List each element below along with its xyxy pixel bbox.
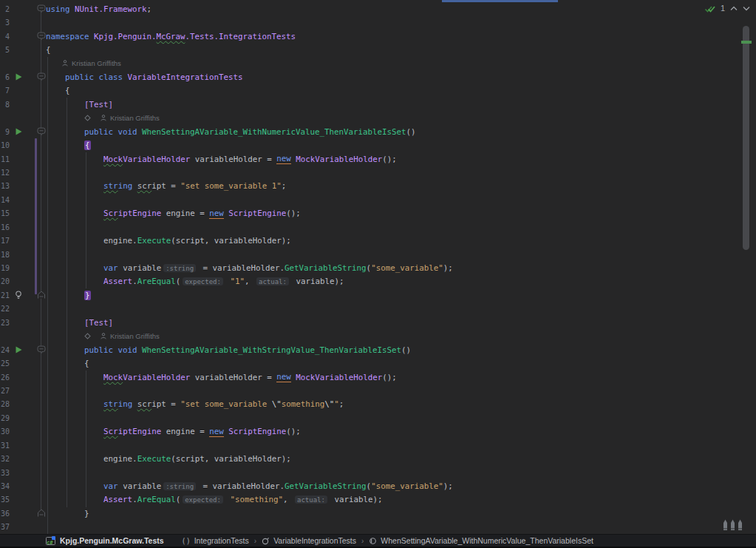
line-number[interactable]: 6 — [0, 73, 10, 81]
fold-start-marker[interactable] — [37, 127, 46, 136]
code-line[interactable]: 9public void WhenSettingAVariable_WithNu… — [0, 125, 756, 138]
line-number[interactable]: 13 — [0, 182, 10, 190]
code-line[interactable]: 26MockVariableHolder variableHolder = ne… — [0, 371, 756, 384]
code-line[interactable]: 19var variable:string = variableHolder.G… — [0, 261, 756, 274]
author-annotation[interactable]: Kristian Griffiths — [62, 57, 121, 70]
code-line[interactable]: 6public class VariableIntegrationTests — [0, 70, 756, 84]
fold-start-marker[interactable] — [37, 72, 46, 81]
line-number[interactable]: 33 — [0, 469, 10, 477]
code-token: MockVariableHolder — [296, 373, 382, 382]
code-token: "some_variable" — [371, 481, 443, 491]
line-number[interactable]: 17 — [0, 237, 10, 245]
code-line[interactable]: 3 — [0, 16, 756, 29]
line-number[interactable]: 2 — [0, 5, 10, 13]
code-line[interactable]: 20Assert.AreEqual(expected: "1", actual:… — [0, 275, 756, 288]
line-number[interactable]: 7 — [0, 87, 10, 95]
fold-end-marker[interactable] — [37, 291, 46, 300]
code-line[interactable]: 16 — [0, 220, 756, 234]
vcs-change-stripe[interactable] — [35, 138, 37, 294]
code-line[interactable]: 8[Test] — [0, 98, 756, 111]
code-line[interactable]: 12 — [0, 166, 756, 179]
vertical-scrollbar-thumb[interactable] — [743, 26, 749, 250]
fold-start-marker[interactable] — [37, 4, 46, 13]
breadcrumb-class[interactable]: VariableIntegrationTests — [262, 536, 356, 545]
breadcrumb-method[interactable]: WhenSettingAVariable_WithNumericValue_Th… — [369, 536, 593, 545]
line-number[interactable]: 4 — [0, 33, 10, 41]
code-line[interactable]: 23[Test] — [0, 316, 756, 329]
code-line[interactable]: 36} — [0, 507, 756, 520]
line-number[interactable]: 21 — [0, 291, 10, 300]
code-line[interactable]: 13string script = "set some_variable 1"; — [0, 180, 756, 193]
code-token: (); — [286, 209, 301, 218]
code-line[interactable]: 28string script = "set some_variable \"s… — [0, 398, 756, 411]
line-number[interactable]: 35 — [0, 495, 10, 504]
lightbulb-icon[interactable] — [13, 291, 24, 300]
line-number[interactable]: 32 — [0, 455, 10, 463]
code-line[interactable]: 21} — [0, 288, 756, 302]
code-line[interactable]: 37 — [0, 521, 756, 534]
code-line[interactable]: 29 — [0, 411, 756, 424]
code-line[interactable]: 34var variable:string = variableHolder.G… — [0, 479, 756, 493]
author-annotation[interactable]: Kristian Griffiths — [84, 330, 160, 343]
run-test-button[interactable] — [13, 128, 24, 135]
code-line[interactable]: 35Assert.AreEqual(expected: "something",… — [0, 493, 756, 507]
line-number[interactable]: 37 — [0, 523, 10, 531]
code-line[interactable]: 17engine.Execute(script, variableHolder)… — [0, 234, 756, 247]
code-line[interactable]: 27 — [0, 384, 756, 397]
fold-end-marker[interactable] — [37, 509, 46, 518]
code-line[interactable]: 15ScriptEngine engine = new ScriptEngine… — [0, 207, 756, 220]
line-number[interactable]: 24 — [0, 346, 10, 354]
error-stripe-typo-mark[interactable] — [741, 41, 752, 44]
code-line[interactable]: 2using NUnit.Framework; — [0, 2, 756, 16]
code-token: ( — [176, 277, 181, 286]
code-line[interactable]: 31 — [0, 439, 756, 452]
line-number[interactable]: 16 — [0, 223, 10, 231]
fold-start-marker[interactable] — [37, 32, 46, 41]
line-number[interactable]: 3 — [0, 18, 10, 27]
code-line[interactable]: 33 — [0, 466, 756, 479]
line-number[interactable]: 8 — [0, 101, 10, 109]
code-line[interactable]: 14 — [0, 193, 756, 206]
line-number[interactable]: 18 — [0, 251, 10, 259]
code-line[interactable]: 7{ — [0, 84, 756, 98]
code-editor[interactable]: 2using NUnit.Framework;34namespace Kpjg.… — [0, 0, 756, 534]
code-line[interactable]: 18 — [0, 248, 756, 261]
code-line[interactable]: 10{ — [0, 138, 756, 152]
breadcrumb-project[interactable]: c# Kpjg.Penguin.McGraw.Tests — [46, 536, 164, 546]
pencils-widget[interactable] — [723, 519, 743, 531]
line-number[interactable]: 9 — [0, 128, 10, 136]
line-number[interactable]: 10 — [0, 141, 10, 149]
line-number[interactable]: 28 — [0, 400, 10, 408]
fold-start-marker[interactable] — [37, 345, 46, 354]
line-number[interactable]: 5 — [0, 46, 10, 54]
line-number[interactable]: 14 — [0, 196, 10, 204]
code-line[interactable]: 30ScriptEngine engine = new ScriptEngine… — [0, 425, 756, 439]
code-text: { — [46, 359, 89, 368]
line-number[interactable]: 19 — [0, 264, 10, 272]
line-number[interactable]: 29 — [0, 414, 10, 422]
code-line[interactable]: 4namespace Kpjg.Penguin.McGraw.Tests.Int… — [0, 30, 756, 43]
line-number[interactable]: 23 — [0, 319, 10, 327]
code-line[interactable]: 32engine.Execute(script, variableHolder)… — [0, 452, 756, 465]
line-number[interactable]: 15 — [0, 209, 10, 217]
line-number[interactable]: 12 — [0, 169, 10, 177]
line-number[interactable]: 30 — [0, 427, 10, 436]
code-line[interactable]: 5{ — [0, 43, 756, 56]
code-line[interactable]: 11MockVariableHolder variableHolder = ne… — [0, 152, 756, 166]
line-number[interactable]: 31 — [0, 442, 10, 450]
line-number[interactable]: 25 — [0, 359, 10, 368]
code-line[interactable]: 22 — [0, 302, 756, 316]
author-annotation[interactable]: Kristian Griffiths — [84, 112, 160, 125]
code-line[interactable]: 25{ — [0, 356, 756, 370]
line-number[interactable]: 26 — [0, 373, 10, 382]
run-test-button[interactable] — [13, 346, 24, 354]
line-number[interactable]: 11 — [0, 155, 10, 163]
line-number[interactable]: 20 — [0, 277, 10, 285]
code-line[interactable]: 24public void WhenSettingAVariable_WithS… — [0, 343, 756, 356]
line-number[interactable]: 36 — [0, 510, 10, 518]
line-number[interactable]: 22 — [0, 305, 10, 313]
breadcrumb-namespace[interactable]: () IntegrationTests — [182, 536, 249, 545]
line-number[interactable]: 27 — [0, 387, 10, 395]
line-number[interactable]: 34 — [0, 482, 10, 490]
run-test-button[interactable] — [13, 73, 24, 81]
